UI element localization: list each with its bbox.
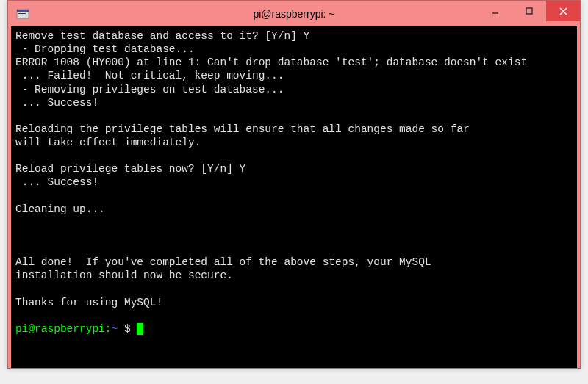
maximize-button[interactable] xyxy=(512,1,546,21)
prompt-user-host: pi@raspberrypi:~ $ xyxy=(15,323,131,335)
window-title: pi@raspberrypi: ~ xyxy=(253,8,334,20)
window-controls xyxy=(478,1,580,21)
minimize-button[interactable] xyxy=(478,1,512,21)
svg-rect-1 xyxy=(17,10,29,12)
terminal-content[interactable]: Remove test database and access to it? [… xyxy=(11,26,577,368)
svg-rect-5 xyxy=(526,8,532,14)
terminal-cursor xyxy=(137,323,143,335)
svg-rect-2 xyxy=(18,13,26,14)
terminal-output: Remove test database and access to it? [… xyxy=(15,30,527,308)
close-button[interactable] xyxy=(546,1,580,21)
titlebar[interactable]: pi@raspberrypi: ~ xyxy=(8,1,580,26)
terminal-window: pi@raspberrypi: ~ Remove test database a… xyxy=(7,0,581,369)
svg-rect-3 xyxy=(18,15,24,15)
app-icon xyxy=(15,7,30,21)
